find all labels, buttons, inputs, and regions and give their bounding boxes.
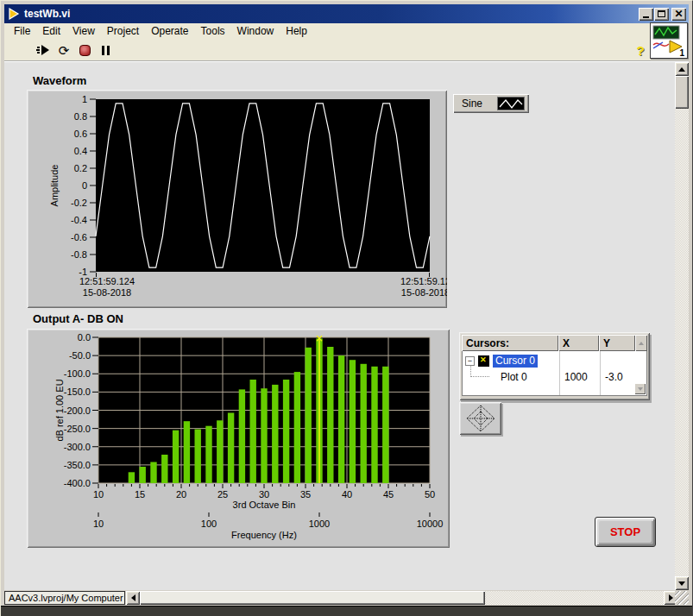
cursor-list-scroll-down[interactable]: [634, 383, 646, 394]
maximize-button[interactable]: [654, 8, 669, 21]
svg-text:0.4: 0.4: [74, 146, 87, 156]
y-axis: 10.80.60.40.20-0.2-0.4-0.6-0.8-1: [71, 94, 96, 277]
menu-file[interactable]: File: [8, 23, 36, 39]
labview-run-arrow-icon: [7, 8, 21, 20]
output-title: Output A- DB ON: [33, 312, 123, 325]
menu-bar: File Edit View Project Operate Tools Win…: [4, 23, 689, 40]
bar: [239, 389, 245, 483]
bar: [382, 367, 388, 483]
svg-text:0.2: 0.2: [74, 163, 87, 173]
diamond-pad-icon: [463, 404, 498, 433]
bar: [361, 364, 367, 483]
bar: [371, 367, 377, 483]
run-icon: [36, 44, 51, 56]
legend-line-swatch-icon: [497, 97, 525, 110]
svg-text:1: 1: [82, 94, 87, 104]
svg-text:-300.0: -300.0: [64, 442, 91, 452]
menu-edit[interactable]: Edit: [36, 23, 66, 39]
svg-text:0.0: 0.0: [78, 332, 91, 343]
title-bar[interactable]: testWb.vi ✕: [4, 4, 689, 23]
menu-operate[interactable]: Operate: [145, 23, 194, 39]
pause-button[interactable]: [96, 41, 115, 59]
menu-window[interactable]: Window: [231, 23, 280, 39]
bar: [228, 413, 234, 484]
cursor-legend-panel: Cursors: X Y − Cursor 0 Plot 0 1000 -3.0: [459, 332, 650, 400]
help-button[interactable]: ?: [632, 41, 649, 59]
bar: [184, 421, 190, 483]
bar: [205, 426, 211, 483]
cursor-list[interactable]: − Cursor 0 Plot 0 1000 -3.0: [462, 351, 647, 396]
window-bottom-frame: [1, 606, 692, 616]
abort-button[interactable]: [75, 41, 94, 59]
bar: [350, 360, 356, 483]
horizontal-scrollbar[interactable]: [140, 591, 664, 605]
cursors-y-header[interactable]: Y: [599, 335, 635, 351]
toolbar: ⟳ ?: [4, 40, 689, 62]
close-button[interactable]: ✕: [671, 8, 686, 21]
frequency-axis: 10100100010000Frequency (Hz): [93, 512, 443, 540]
right-arrow-icon: [669, 594, 673, 601]
output-chart[interactable]: 0.0-50.0-100.0-150.0-200.0-250.0-300.0-3…: [27, 329, 450, 548]
vertical-scroll-thumb[interactable]: [675, 76, 689, 109]
cursor-movement-control[interactable]: [459, 402, 501, 435]
left-arrow-icon: [131, 594, 135, 601]
svg-text:15-08-2018: 15-08-2018: [401, 287, 447, 298]
svg-text:-0.8: -0.8: [71, 249, 87, 260]
labview-window: testWb.vi ✕ File Edit View Project Opera…: [0, 0, 693, 616]
svg-text:-150.0: -150.0: [64, 387, 91, 397]
minimize-button[interactable]: [639, 8, 653, 21]
bar: [217, 420, 223, 483]
svg-text:10000: 10000: [417, 519, 444, 529]
up-arrow-icon: [678, 67, 685, 72]
close-icon: ✕: [674, 9, 683, 18]
scroll-up-button[interactable]: [675, 62, 689, 76]
scroll-left-button[interactable]: [126, 591, 140, 605]
bar: [161, 455, 167, 483]
bar: [283, 380, 289, 483]
cursor-name[interactable]: Cursor 0: [493, 355, 538, 368]
cursor-y-value[interactable]: -3.0: [605, 371, 623, 383]
svg-text:1000: 1000: [309, 519, 330, 529]
x-axis-label: 3rd Octave Bin: [233, 500, 296, 510]
svg-text:-350.0: -350.0: [64, 460, 91, 470]
plot-area[interactable]: [96, 99, 430, 272]
waveform-chart[interactable]: 10.80.60.40.20-0.2-0.4-0.6-0.8-1Amplitud…: [27, 90, 447, 308]
window-title: testWb.vi: [24, 8, 638, 20]
run-continuously-button[interactable]: ⟳: [54, 41, 73, 59]
vi-icon-indicator[interactable]: 1: [650, 22, 688, 59]
vertical-scrollbar[interactable]: [675, 62, 689, 590]
svg-text:20: 20: [176, 489, 186, 500]
waveform-title: Waveform: [33, 74, 86, 87]
horizontal-scroll-thumb[interactable]: [140, 591, 485, 605]
cursor-plot-row[interactable]: Plot 0 1000 -3.0: [463, 370, 646, 386]
svg-text:-0.4: -0.4: [71, 215, 87, 225]
menu-project[interactable]: Project: [101, 23, 145, 39]
svg-text:10: 10: [93, 519, 104, 529]
cursor-plot-name: Plot 0: [501, 371, 527, 383]
run-continuously-icon: ⟳: [59, 44, 70, 57]
project-context[interactable]: AACv3.lvproj/My Computer: [4, 591, 125, 605]
cursors-header[interactable]: Cursors:: [462, 335, 558, 351]
svg-text:25: 25: [217, 489, 228, 500]
legend-label: Sine: [462, 97, 497, 110]
plot-legend[interactable]: Sine: [453, 94, 529, 113]
resize-grip[interactable]: [675, 591, 689, 605]
menu-view[interactable]: View: [66, 23, 101, 39]
svg-text:-100.0: -100.0: [64, 368, 91, 379]
cursors-x-header[interactable]: X: [558, 335, 599, 351]
svg-text:12:51:59.124: 12:51:59.124: [79, 276, 135, 286]
cursor-list-scroll-up[interactable]: [635, 335, 647, 351]
scroll-down-button[interactable]: [675, 576, 689, 590]
bar: [129, 472, 135, 483]
run-button[interactable]: [34, 41, 53, 59]
bar: [327, 347, 333, 483]
menu-help[interactable]: Help: [280, 23, 313, 39]
menu-tools[interactable]: Tools: [195, 23, 231, 39]
bar: [338, 355, 344, 483]
stop-button[interactable]: STOP: [595, 517, 656, 547]
down-arrow-icon: [678, 581, 685, 586]
svg-text:-200.0: -200.0: [64, 405, 91, 416]
cursor-x-value[interactable]: 1000: [564, 371, 588, 383]
svg-text:15-08-2018: 15-08-2018: [83, 287, 131, 298]
bar: [272, 385, 278, 483]
